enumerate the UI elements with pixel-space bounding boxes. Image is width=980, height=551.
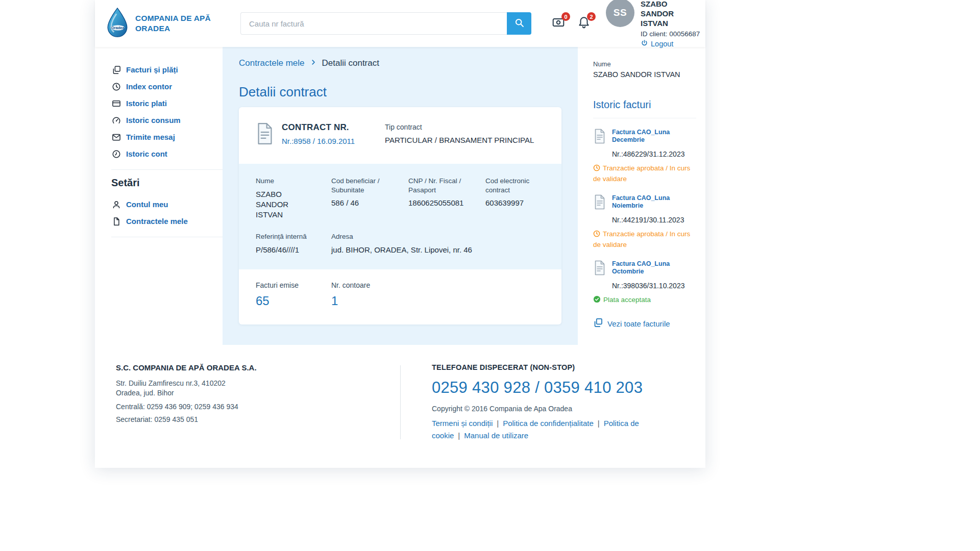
contract-number-block: CONTRACT NR. Nr.:8958 / 16.09.2011 — [282, 122, 385, 145]
clock-icon — [593, 230, 600, 240]
contract-details: Nume SZABO SANDOR ISTVAN Cod beneficiar … — [239, 164, 561, 269]
sidebar: Facturi și plăți Index contor Istoric pl… — [95, 47, 223, 345]
sidebar-item-istoric-consum[interactable]: Istoric consum — [111, 112, 223, 129]
footer-copyright: Copyright © 2016 Compania de Apa Oradea — [432, 405, 705, 413]
search-input[interactable] — [240, 12, 507, 35]
invoice-item-decembrie[interactable]: Factura CAO_Luna Decembrie Nr.:486229/31… — [593, 129, 696, 184]
sidebar-item-contul-meu[interactable]: Contul meu — [111, 196, 223, 213]
message-icon — [111, 132, 121, 142]
sidebar-item-facturi-si-plati[interactable]: Facturi și plăți — [111, 61, 223, 78]
invoice-history-title: Istoric facturi — [593, 99, 696, 118]
invoice-document-icon — [593, 260, 606, 278]
contract-number-label: CONTRACT NR. — [282, 122, 385, 133]
separator: | — [497, 419, 499, 428]
invoice-document-icon — [593, 129, 606, 146]
sidebar-divider — [111, 237, 223, 237]
sidebar-item-istoric-plati[interactable]: Istoric plati — [111, 95, 223, 112]
dispatch-title: TELEFOANE DISPECERAT (NON-STOP) — [432, 363, 705, 371]
footer: S.C. COMPANIA DE APĂ ORADEA S.A. Str. Du… — [95, 345, 705, 468]
link-manual[interactable]: Manual de utilizare — [464, 431, 528, 440]
invoice-number: Nr.:398036/31.10.2023 — [612, 282, 696, 290]
sidebar-divider — [111, 169, 223, 170]
clock-icon — [593, 164, 600, 174]
right-panel: Nume SZABO SANDOR ISTVAN Istoric facturi… — [578, 47, 705, 345]
sidebar-item-istoric-cont[interactable]: Istoric cont — [111, 145, 223, 162]
field-cod-electronic: Cod electronic contract 603639997 — [485, 177, 545, 220]
name-label: Nume — [593, 60, 696, 68]
notifications-button[interactable]: 2 — [576, 16, 592, 31]
field-cnp: CNP / Nr. Fiscal / Pasaport 186062505508… — [408, 177, 485, 220]
see-all-invoices-link[interactable]: Vezi toate facturile — [593, 318, 696, 329]
invoice-number: Nr.:486229/31.12.2023 — [612, 150, 696, 158]
consumption-gauge-icon — [111, 115, 121, 125]
footer-dispatch-block: TELEFOANE DISPECERAT (NON-STOP) 0259 430… — [401, 363, 705, 441]
footer-phone-secretariat: Secretariat: 0259 435 051 — [116, 415, 380, 423]
avatar[interactable]: SS — [606, 0, 634, 27]
sidebar-item-trimite-mesaj[interactable]: Trimite mesaj — [111, 129, 223, 145]
svg-text:Oradea: Oradea — [111, 26, 125, 30]
contract-number-value: Nr.:8958 / 16.09.2011 — [282, 137, 385, 145]
invoices-icon — [111, 65, 121, 74]
separator: | — [598, 419, 600, 428]
invoice-item-noiembrie[interactable]: Factura CAO_Luna Noiembrie Nr.:442191/30… — [593, 194, 696, 250]
power-icon — [641, 39, 648, 48]
payments-history-icon — [111, 98, 121, 108]
logout-link[interactable]: Logout — [641, 39, 702, 48]
breadcrumb-current: Detalii contract — [322, 58, 379, 68]
brand-name: COMPANIA DE APĂ ORADEA — [135, 13, 211, 34]
breadcrumb: Contractele mele Detalii contract — [239, 55, 561, 68]
footer-phone-central: Centrală: 0259 436 909; 0259 436 934 — [116, 403, 380, 411]
contract-type-value: PARTICULAR / BRANSAMENT PRINCIPAL — [385, 135, 534, 145]
link-termeni[interactable]: Termeni și condiții — [432, 419, 493, 428]
search-button[interactable] — [507, 12, 531, 35]
search-icon — [514, 17, 525, 30]
contract-type-label: Tip contract — [385, 122, 534, 132]
footer-company-block: S.C. COMPANIA DE APĂ ORADEA S.A. Str. Du… — [95, 363, 400, 441]
app-container: Oradea COMPANIA DE APĂ ORADEA — [95, 0, 705, 468]
invoice-item-octombrie[interactable]: Factura CAO_Luna Octombrie Nr.:398036/31… — [593, 260, 696, 306]
check-circle-icon — [593, 295, 601, 306]
contract-type-block: Tip contract PARTICULAR / BRANSAMENT PRI… — [385, 122, 534, 145]
meter-index-icon — [111, 82, 121, 91]
chevron-right-icon — [310, 58, 317, 68]
stat-nr-contoare: Nr. contoare 1 — [331, 281, 408, 308]
field-cod-beneficiar: Cod beneficiar / Subunitate 586 / 46 — [331, 177, 408, 220]
contract-card: CONTRACT NR. Nr.:8958 / 16.09.2011 Tip c… — [239, 107, 561, 324]
contract-stats: Facturi emise 65 Nr. contoare 1 — [239, 269, 561, 324]
page-title: Detalii contract — [239, 84, 561, 100]
client-id: ID client: 00056687 — [641, 30, 702, 38]
link-confidentialitate[interactable]: Politica de confidențialitate — [503, 419, 594, 428]
company-logo: Oradea — [106, 7, 129, 40]
invoices-notification-button[interactable]: 0 — [551, 16, 566, 31]
notifications-badge: 2 — [587, 12, 596, 21]
invoice-document-icon — [593, 194, 606, 212]
header: Oradea COMPANIA DE APĂ ORADEA — [95, 0, 705, 47]
invoice-number: Nr.:442191/30.11.2023 — [612, 216, 696, 224]
footer-links: Termeni și condiții|Politica de confiden… — [432, 417, 677, 441]
invoice-status: Tranzactie aprobata / In curs de validar… — [593, 164, 696, 184]
user-info: SZABO SANDOR ISTVAN ID client: 00056687 … — [641, 0, 702, 48]
separator: | — [458, 431, 460, 440]
contract-card-header: CONTRACT NR. Nr.:8958 / 16.09.2011 Tip c… — [239, 107, 561, 164]
contract-icon — [111, 216, 121, 226]
stat-facturi-emise: Facturi emise 65 — [256, 281, 331, 308]
breadcrumb-contractele-mele[interactable]: Contractele mele — [239, 58, 305, 68]
field-nume: Nume SZABO SANDOR ISTVAN — [256, 177, 331, 220]
footer-company-name: S.C. COMPANIA DE APĂ ORADEA S.A. — [116, 363, 380, 372]
main-content: Contractele mele Detalii contract Detali… — [223, 47, 578, 345]
dispatch-phones: 0259 430 928 / 0359 410 203 — [432, 379, 705, 397]
name-value: SZABO SANDOR ISTVAN — [593, 70, 696, 79]
field-adresa: Adresa jud. BIHOR, ORADEA, Str. Lipovei,… — [331, 232, 545, 255]
account-history-icon — [111, 149, 121, 159]
invoice-status: Plata acceptata — [593, 295, 696, 306]
search-bar — [240, 12, 531, 35]
header-icons: 0 2 — [551, 16, 592, 31]
sidebar-item-index-contor[interactable]: Index contor — [111, 78, 223, 95]
document-icon — [256, 122, 274, 147]
user-name: SZABO SANDOR ISTVAN — [641, 0, 702, 29]
field-referinta-interna: Referință internă P/586/46////1 — [256, 232, 331, 255]
invoice-status: Tranzactie aprobata / In curs de validar… — [593, 230, 696, 250]
sidebar-item-contractele-mele[interactable]: Contractele mele — [111, 213, 223, 230]
user-menu: SS SZABO SANDOR ISTVAN ID client: 000566… — [606, 0, 702, 48]
settings-heading: Setări — [111, 177, 223, 189]
